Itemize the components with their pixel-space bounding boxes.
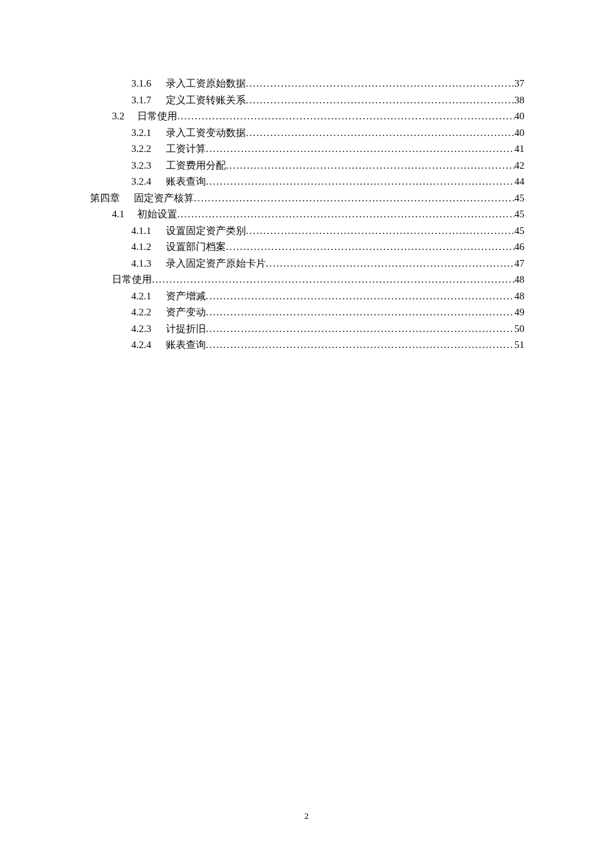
toc-leader xyxy=(266,255,514,272)
toc-page: 42 xyxy=(514,157,524,174)
toc-page: 40 xyxy=(514,125,524,141)
toc-leader xyxy=(226,239,514,255)
toc-title: 设置部门档案 xyxy=(166,239,226,255)
toc-title: 录入工资原始数据 xyxy=(166,75,246,92)
toc-entry: 4.2.4 账表查询 51 xyxy=(90,337,524,353)
toc-number: 4.2.2 xyxy=(131,304,166,321)
toc-title: 初始设置 xyxy=(137,206,177,223)
toc-page: 41 xyxy=(514,141,524,157)
toc-content: 3.1.6 录入工资原始数据 37 3.1.7 定义工资转账关系 38 3.2 … xyxy=(0,0,613,353)
toc-title: 账表查询 xyxy=(166,337,206,353)
toc-page: 45 xyxy=(514,223,524,239)
toc-entry: 4.2.2 资产变动 49 xyxy=(90,304,524,321)
toc-entry: 4.1.2 设置部门档案 46 xyxy=(90,239,524,255)
toc-entry: 3.2 日常使用 40 xyxy=(90,108,524,125)
toc-leader xyxy=(206,288,514,305)
toc-number: 3.2.4 xyxy=(131,173,166,190)
toc-title: 工资计算 xyxy=(166,141,206,157)
toc-title: 固定资产核算 xyxy=(134,190,194,207)
toc-entry: 3.2.2 工资计算 41 xyxy=(90,141,524,157)
toc-page: 44 xyxy=(514,173,524,190)
toc-page: 47 xyxy=(514,255,524,272)
toc-title: 日常使用 xyxy=(137,108,177,125)
toc-entry: 3.2.4 账表查询 44 xyxy=(90,173,524,190)
toc-leader xyxy=(177,206,514,223)
toc-leader xyxy=(177,108,514,125)
toc-page: 45 xyxy=(514,206,524,223)
toc-leader xyxy=(206,141,514,157)
toc-number: 4.2.4 xyxy=(131,337,166,353)
toc-title: 日常使用 xyxy=(112,271,152,288)
toc-number: 3.1.6 xyxy=(131,75,166,92)
toc-entry: 4.1.1 设置固定资产类别 45 xyxy=(90,223,524,239)
toc-leader xyxy=(246,223,514,239)
toc-title: 账表查询 xyxy=(166,173,206,190)
toc-leader xyxy=(246,92,514,109)
toc-number: 3.2.3 xyxy=(131,157,166,174)
toc-number: 第四章 xyxy=(90,190,134,207)
toc-number: 4.1.2 xyxy=(131,239,166,255)
toc-page: 38 xyxy=(514,92,524,109)
toc-page: 45 xyxy=(514,190,524,207)
toc-leader xyxy=(246,75,514,92)
toc-page: 49 xyxy=(514,304,524,321)
toc-leader xyxy=(206,304,514,321)
toc-leader xyxy=(206,173,514,190)
toc-leader xyxy=(206,321,514,337)
toc-leader xyxy=(226,157,514,174)
toc-page: 50 xyxy=(514,321,524,337)
toc-entry: 第四章 固定资产核算 45 xyxy=(90,190,524,207)
toc-number: 3.2.1 xyxy=(131,125,166,141)
toc-number: 4.2.1 xyxy=(131,288,166,305)
toc-number: 3.2 xyxy=(112,108,137,125)
toc-entry: 3.1.6 录入工资原始数据 37 xyxy=(90,75,524,92)
toc-entry: 4.1 初始设置 45 xyxy=(90,206,524,223)
toc-page: 48 xyxy=(514,271,524,288)
toc-title: 设置固定资产类别 xyxy=(166,223,246,239)
toc-number: 4.2.3 xyxy=(131,321,166,337)
toc-entry: 4.2.3 计提折旧 50 xyxy=(90,321,524,337)
toc-number: 3.1.7 xyxy=(131,92,166,109)
toc-page: 37 xyxy=(514,75,524,92)
toc-entry: 3.2.1 录入工资变动数据 40 xyxy=(90,125,524,141)
toc-entry: 4.2.1 资产增减 48 xyxy=(90,288,524,305)
toc-page: 48 xyxy=(514,288,524,305)
toc-title: 定义工资转账关系 xyxy=(166,92,246,109)
toc-leader xyxy=(246,125,514,141)
page-number: 2 xyxy=(0,811,613,821)
toc-page: 46 xyxy=(514,239,524,255)
toc-title: 计提折旧 xyxy=(166,321,206,337)
toc-number: 3.2.2 xyxy=(131,141,166,157)
toc-number: 4.1 xyxy=(112,206,137,223)
toc-title: 录入固定资产原始卡片 xyxy=(166,255,266,272)
toc-number: 4.1.1 xyxy=(131,223,166,239)
toc-entry: 日常使用 48 xyxy=(90,271,524,288)
toc-leader xyxy=(194,190,514,207)
toc-entry: 3.2.3 工资费用分配 42 xyxy=(90,157,524,174)
toc-leader xyxy=(206,337,514,353)
toc-entry: 4.1.3 录入固定资产原始卡片 47 xyxy=(90,255,524,272)
toc-title: 工资费用分配 xyxy=(166,157,226,174)
toc-page: 40 xyxy=(514,108,524,125)
toc-title: 资产变动 xyxy=(166,304,206,321)
toc-page: 51 xyxy=(514,337,524,353)
toc-entry: 3.1.7 定义工资转账关系 38 xyxy=(90,92,524,109)
toc-number: 4.1.3 xyxy=(131,255,166,272)
toc-leader xyxy=(152,271,514,288)
toc-title: 录入工资变动数据 xyxy=(166,125,246,141)
toc-title: 资产增减 xyxy=(166,288,206,305)
